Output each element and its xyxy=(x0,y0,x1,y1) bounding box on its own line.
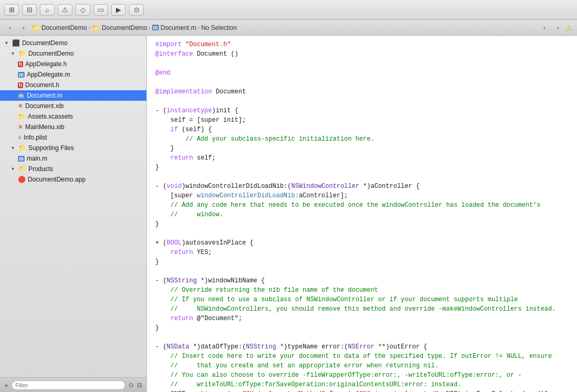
back-button[interactable]: ‹ xyxy=(4,23,16,33)
code-line: } xyxy=(147,219,577,229)
m-file-icon-main: m xyxy=(18,156,25,162)
code-line: #import "Document.h" xyxy=(147,40,577,49)
code-line xyxy=(147,59,577,68)
breakpoint-button[interactable]: ⊙ xyxy=(129,4,144,16)
warning-indicator-icon: ⚠ xyxy=(566,24,573,32)
code-line: - (NSData *)dataOfType:(NSString *)typeN… xyxy=(147,342,577,352)
sidebar-item-assets[interactable]: 📁 Assets.xcassets xyxy=(0,111,146,122)
code-line: } xyxy=(147,144,577,153)
sidebar-label-document-h: Document.h xyxy=(25,81,59,89)
code-line: [NSException raise:@"UnimplementedMethod… xyxy=(147,389,577,392)
xib-file-icon-2: ✕ xyxy=(18,123,23,131)
code-line xyxy=(147,267,577,276)
code-line: // writeToURL:ofType:forSaveOperation:or… xyxy=(147,380,577,389)
file-icon: m xyxy=(152,25,159,30)
sidebar-label-assets: Assets.xcassets xyxy=(28,113,73,120)
sidebar-label-info-plist: Info.plist xyxy=(24,134,47,141)
sidebar-item-document-h[interactable]: h Document.h xyxy=(0,80,146,90)
list-view-button[interactable]: ⊟ xyxy=(22,4,37,16)
sidebar-item-documentdemo-folder[interactable]: ▼ 📁 DocumentDemo xyxy=(0,48,146,59)
sidebar-item-info-plist[interactable]: ≡ Info.plist xyxy=(0,132,146,143)
folder-icon-sidebar: 📁 xyxy=(18,50,26,57)
code-line: return self; xyxy=(147,153,577,163)
breadcrumb-sep-1: › xyxy=(89,25,90,30)
sidebar-label-documentdemo-folder: DocumentDemo xyxy=(28,50,74,57)
nav-back-btn[interactable]: ‹ xyxy=(539,23,550,33)
code-line: - (void)windowControllerDidLoadNib:(NSWi… xyxy=(147,182,577,191)
code-line: // window. xyxy=(147,210,577,219)
run-button[interactable]: ▶ xyxy=(111,4,126,16)
sort-icon[interactable]: ⊙ xyxy=(129,382,134,389)
code-line: return @"Document"; xyxy=(147,314,577,323)
code-line: self = [super init]; xyxy=(147,115,577,125)
sidebar-file-tree: ▼ ⬛ DocumentDemo ▼ 📁 DocumentDemo h AppD… xyxy=(0,36,146,377)
code-line: @interface Document () xyxy=(147,49,577,59)
sidebar-item-appdelegate-h[interactable]: h AppDelegate.h xyxy=(0,59,146,69)
grid-view-button[interactable]: ⊞ xyxy=(4,4,19,16)
disclosure-products[interactable]: ▼ xyxy=(10,166,15,172)
breadcrumb-file-label: Document.m xyxy=(161,24,196,31)
forward-button[interactable]: › xyxy=(18,23,29,33)
sidebar-item-documentdemo-app[interactable]: 🔴 DocumentDemo.app xyxy=(0,174,146,185)
breadcrumb: 📁 DocumentDemo › 📁 DocumentDemo › m Docu… xyxy=(31,24,537,31)
breadcrumb-item-folder[interactable]: 📁 DocumentDemo xyxy=(92,24,147,31)
breadcrumb-sep-3: › xyxy=(198,25,199,30)
sidebar-label-appdelegate-m: AppDelegate.m xyxy=(27,71,70,78)
xib-file-icon: ✕ xyxy=(18,102,23,110)
main-area: ▼ ⬛ DocumentDemo ▼ 📁 DocumentDemo h AppD… xyxy=(0,36,577,392)
sidebar-item-document-xib[interactable]: ✕ Document.xib xyxy=(0,101,146,111)
sidebar-item-appdelegate-m[interactable]: m AppDelegate.m xyxy=(0,69,146,80)
disclosure-supporting[interactable]: ▼ xyxy=(10,145,15,151)
search-toolbar-button[interactable]: ⌕ xyxy=(40,4,55,16)
breadcrumb-item-root[interactable]: 📁 DocumentDemo xyxy=(31,24,87,31)
code-line: // Override returning the nib file name … xyxy=(147,285,577,295)
code-line: // If you need to use a subclass of NSWi… xyxy=(147,295,577,304)
products-icon: 📁 xyxy=(18,165,26,173)
app-icon: 🔴 xyxy=(18,176,26,183)
code-line: - (instancetype)init { xyxy=(147,106,577,115)
sidebar-item-documentdemo-root[interactable]: ▼ ⬛ DocumentDemo xyxy=(0,38,146,48)
warning-toolbar-button[interactable]: ⚠ xyxy=(58,4,72,16)
scheme-button[interactable]: ▭ xyxy=(93,4,108,16)
hierarchy-icon[interactable]: ⊟ xyxy=(137,382,142,389)
code-line: [super windowControllerDidLoadNib:aContr… xyxy=(147,191,577,200)
sidebar-label-products: Products xyxy=(28,165,53,173)
code-line: if (self) { xyxy=(147,125,577,134)
sidebar: ▼ ⬛ DocumentDemo ▼ 📁 DocumentDemo h AppD… xyxy=(0,36,147,392)
code-line: } xyxy=(147,323,577,333)
sidebar-item-products[interactable]: ▼ 📁 Products xyxy=(0,164,146,174)
h-file-icon-2: h xyxy=(18,82,23,88)
folder-icon: 📁 xyxy=(31,24,40,31)
code-line: + (BOOL)autosavesInPlace { xyxy=(147,238,577,248)
code-line: } xyxy=(147,257,577,267)
plist-icon: ≡ xyxy=(18,134,22,141)
sidebar-item-main-m[interactable]: m main.m xyxy=(0,153,146,164)
sidebar-item-supporting-files[interactable]: ▼ 📁 Supporting Files xyxy=(0,143,146,153)
code-editor[interactable]: #import "Document.h"@interface Document … xyxy=(147,36,577,392)
sidebar-label-main-m: main.m xyxy=(27,155,47,162)
breadcrumb-nosel-label: No Selection xyxy=(201,24,237,31)
code-line: // that you create and set an appropriat… xyxy=(147,361,577,370)
sidebar-label-mainmenu-xib: MainMenu.xib xyxy=(25,123,65,131)
breadcrumb-item-file[interactable]: m Document.m xyxy=(152,24,196,31)
add-file-button[interactable]: + xyxy=(4,381,8,389)
code-line xyxy=(147,172,577,182)
h-file-icon: h xyxy=(18,61,23,67)
disclosure-root[interactable]: ▼ xyxy=(4,40,9,46)
filter-input[interactable] xyxy=(12,380,125,390)
code-line xyxy=(147,229,577,238)
sidebar-label-documentdemo-root: DocumentDemo xyxy=(22,39,68,47)
sidebar-footer: + ⊙ ⊟ xyxy=(0,377,146,392)
sidebar-item-mainmenu-xib[interactable]: ✕ MainMenu.xib xyxy=(0,122,146,132)
nav-fwd-btn[interactable]: › xyxy=(552,23,564,33)
sidebar-label-documentdemo-app: DocumentDemo.app xyxy=(28,176,86,183)
m-file-icon-2: m xyxy=(18,93,25,99)
breadcrumb-root-label: DocumentDemo xyxy=(41,24,87,31)
toolbar: ⊞ ⊟ ⌕ ⚠ ◇ ▭ ▶ ⊙ xyxy=(0,0,577,20)
sidebar-label-document-m: Document.m xyxy=(27,92,62,99)
bookmark-button[interactable]: ◇ xyxy=(76,4,90,16)
sidebar-item-document-m[interactable]: m Document.m xyxy=(0,90,146,101)
code-line: // Add any code here that needs to be ex… xyxy=(147,200,577,210)
disclosure-folder[interactable]: ▼ xyxy=(10,51,15,56)
breadcrumb-item-nosel[interactable]: No Selection xyxy=(201,24,237,31)
